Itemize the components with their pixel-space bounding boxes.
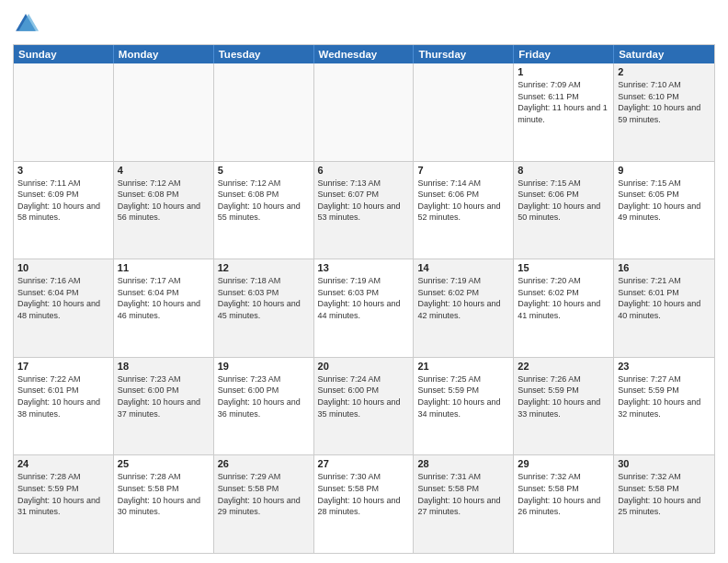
day-info: Sunrise: 7:30 AMSunset: 5:58 PMDaylight:… [318, 471, 410, 517]
day-cell-7: 7Sunrise: 7:14 AMSunset: 6:06 PMDaylight… [414, 162, 514, 259]
day-info: Sunrise: 7:10 AMSunset: 6:10 PMDaylight:… [618, 79, 711, 125]
day-number: 18 [118, 361, 210, 372]
calendar-row-2: 10Sunrise: 7:16 AMSunset: 6:04 PMDayligh… [14, 259, 714, 357]
empty-cell [214, 63, 314, 161]
empty-cell [314, 63, 415, 161]
calendar-row-1: 3Sunrise: 7:11 AMSunset: 6:09 PMDaylight… [14, 161, 714, 259]
calendar-row-4: 24Sunrise: 7:28 AMSunset: 5:59 PMDayligh… [14, 454, 714, 553]
day-info: Sunrise: 7:19 AMSunset: 6:03 PMDaylight:… [318, 275, 410, 321]
day-info: Sunrise: 7:13 AMSunset: 6:07 PMDaylight:… [318, 178, 410, 224]
day-number: 24 [17, 458, 109, 469]
day-info: Sunrise: 7:15 AMSunset: 6:06 PMDaylight:… [518, 178, 609, 224]
day-number: 9 [618, 165, 711, 176]
day-cell-30: 30Sunrise: 7:32 AMSunset: 5:58 PMDayligh… [614, 455, 714, 553]
day-info: Sunrise: 7:18 AMSunset: 6:03 PMDaylight:… [218, 275, 310, 321]
day-cell-19: 19Sunrise: 7:23 AMSunset: 6:00 PMDayligh… [214, 358, 314, 455]
day-cell-29: 29Sunrise: 7:32 AMSunset: 5:58 PMDayligh… [514, 455, 614, 553]
header-day-friday: Friday [514, 45, 614, 63]
day-info: Sunrise: 7:28 AMSunset: 5:59 PMDaylight:… [17, 471, 109, 517]
day-info: Sunrise: 7:21 AMSunset: 6:01 PMDaylight:… [618, 275, 711, 321]
day-cell-1: 1Sunrise: 7:09 AMSunset: 6:11 PMDaylight… [514, 63, 614, 161]
day-number: 3 [17, 165, 109, 176]
day-number: 26 [218, 458, 310, 469]
day-number: 14 [417, 262, 509, 273]
day-number: 6 [318, 165, 410, 176]
day-number: 30 [618, 458, 711, 469]
logo-icon [13, 11, 39, 37]
day-number: 7 [417, 165, 509, 176]
day-number: 1 [518, 66, 609, 77]
day-cell-6: 6Sunrise: 7:13 AMSunset: 6:07 PMDaylight… [314, 162, 415, 259]
day-cell-14: 14Sunrise: 7:19 AMSunset: 6:02 PMDayligh… [414, 259, 514, 357]
day-info: Sunrise: 7:20 AMSunset: 6:02 PMDaylight:… [518, 275, 609, 321]
empty-cell [14, 63, 114, 161]
empty-cell [414, 63, 514, 161]
day-number: 15 [518, 262, 609, 273]
calendar-body: 1Sunrise: 7:09 AMSunset: 6:11 PMDaylight… [14, 63, 714, 553]
day-info: Sunrise: 7:32 AMSunset: 5:58 PMDaylight:… [518, 471, 609, 517]
day-info: Sunrise: 7:24 AMSunset: 6:00 PMDaylight:… [318, 373, 410, 419]
day-number: 17 [17, 361, 109, 372]
day-info: Sunrise: 7:19 AMSunset: 6:02 PMDaylight:… [417, 275, 509, 321]
header-day-monday: Monday [114, 45, 214, 63]
day-cell-20: 20Sunrise: 7:24 AMSunset: 6:00 PMDayligh… [314, 358, 415, 455]
day-info: Sunrise: 7:26 AMSunset: 5:59 PMDaylight:… [518, 373, 609, 419]
day-number: 19 [218, 361, 310, 372]
day-info: Sunrise: 7:15 AMSunset: 6:05 PMDaylight:… [618, 178, 711, 224]
day-cell-16: 16Sunrise: 7:21 AMSunset: 6:01 PMDayligh… [614, 259, 714, 357]
day-cell-2: 2Sunrise: 7:10 AMSunset: 6:10 PMDaylight… [614, 63, 714, 161]
header-day-sunday: Sunday [14, 45, 114, 63]
day-number: 4 [118, 165, 210, 176]
day-number: 25 [118, 458, 210, 469]
calendar-row-3: 17Sunrise: 7:22 AMSunset: 6:01 PMDayligh… [14, 357, 714, 455]
day-info: Sunrise: 7:29 AMSunset: 5:58 PMDaylight:… [218, 471, 310, 517]
day-number: 22 [518, 361, 609, 372]
day-info: Sunrise: 7:17 AMSunset: 6:04 PMDaylight:… [118, 275, 210, 321]
day-number: 27 [318, 458, 410, 469]
day-cell-10: 10Sunrise: 7:16 AMSunset: 6:04 PMDayligh… [14, 259, 114, 357]
day-cell-12: 12Sunrise: 7:18 AMSunset: 6:03 PMDayligh… [214, 259, 314, 357]
day-info: Sunrise: 7:28 AMSunset: 5:58 PMDaylight:… [118, 471, 210, 517]
calendar-header: SundayMondayTuesdayWednesdayThursdayFrid… [14, 45, 714, 63]
day-cell-11: 11Sunrise: 7:17 AMSunset: 6:04 PMDayligh… [114, 259, 214, 357]
header-day-thursday: Thursday [414, 45, 514, 63]
day-cell-23: 23Sunrise: 7:27 AMSunset: 5:59 PMDayligh… [614, 358, 714, 455]
day-number: 29 [518, 458, 609, 469]
day-info: Sunrise: 7:23 AMSunset: 6:00 PMDaylight:… [118, 373, 210, 419]
day-cell-24: 24Sunrise: 7:28 AMSunset: 5:59 PMDayligh… [14, 455, 114, 553]
day-cell-22: 22Sunrise: 7:26 AMSunset: 5:59 PMDayligh… [514, 358, 614, 455]
day-cell-9: 9Sunrise: 7:15 AMSunset: 6:05 PMDaylight… [614, 162, 714, 259]
day-info: Sunrise: 7:25 AMSunset: 5:59 PMDaylight:… [417, 373, 509, 419]
day-number: 2 [618, 66, 711, 77]
day-number: 12 [218, 262, 310, 273]
day-cell-3: 3Sunrise: 7:11 AMSunset: 6:09 PMDaylight… [14, 162, 114, 259]
day-info: Sunrise: 7:27 AMSunset: 5:59 PMDaylight:… [618, 373, 711, 419]
day-number: 28 [417, 458, 509, 469]
day-cell-5: 5Sunrise: 7:12 AMSunset: 6:08 PMDaylight… [214, 162, 314, 259]
day-cell-27: 27Sunrise: 7:30 AMSunset: 5:58 PMDayligh… [314, 455, 415, 553]
day-number: 5 [218, 165, 310, 176]
day-cell-8: 8Sunrise: 7:15 AMSunset: 6:06 PMDaylight… [514, 162, 614, 259]
day-info: Sunrise: 7:09 AMSunset: 6:11 PMDaylight:… [518, 79, 609, 125]
day-info: Sunrise: 7:32 AMSunset: 5:58 PMDaylight:… [618, 471, 711, 517]
day-info: Sunrise: 7:11 AMSunset: 6:09 PMDaylight:… [17, 178, 109, 224]
day-number: 20 [318, 361, 410, 372]
day-cell-15: 15Sunrise: 7:20 AMSunset: 6:02 PMDayligh… [514, 259, 614, 357]
calendar-row-0: 1Sunrise: 7:09 AMSunset: 6:11 PMDaylight… [14, 63, 714, 161]
calendar: SundayMondayTuesdayWednesdayThursdayFrid… [13, 44, 715, 554]
day-number: 23 [618, 361, 711, 372]
day-info: Sunrise: 7:12 AMSunset: 6:08 PMDaylight:… [118, 178, 210, 224]
header [13, 11, 715, 37]
day-number: 16 [618, 262, 711, 273]
logo [13, 11, 42, 37]
day-cell-18: 18Sunrise: 7:23 AMSunset: 6:00 PMDayligh… [114, 358, 214, 455]
day-cell-4: 4Sunrise: 7:12 AMSunset: 6:08 PMDaylight… [114, 162, 214, 259]
header-day-tuesday: Tuesday [214, 45, 314, 63]
day-info: Sunrise: 7:12 AMSunset: 6:08 PMDaylight:… [218, 178, 310, 224]
day-info: Sunrise: 7:16 AMSunset: 6:04 PMDaylight:… [17, 275, 109, 321]
day-cell-25: 25Sunrise: 7:28 AMSunset: 5:58 PMDayligh… [114, 455, 214, 553]
day-number: 11 [118, 262, 210, 273]
empty-cell [114, 63, 214, 161]
day-info: Sunrise: 7:31 AMSunset: 5:58 PMDaylight:… [417, 471, 509, 517]
page: SundayMondayTuesdayWednesdayThursdayFrid… [0, 0, 728, 563]
